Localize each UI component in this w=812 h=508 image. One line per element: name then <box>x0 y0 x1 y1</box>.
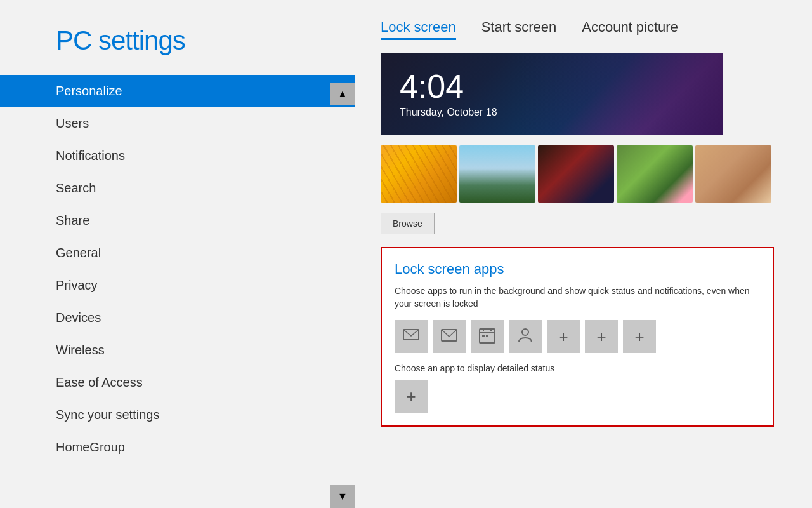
lock-screen-preview: 4:04 Thursday, October 18 <box>381 53 723 135</box>
sidebar-item-label: Share <box>56 213 89 228</box>
thumbnail-honeycomb[interactable] <box>381 145 457 203</box>
app-add-button-3[interactable]: + <box>623 320 656 353</box>
detailed-status-add-button[interactable]: + <box>395 380 428 413</box>
sidebar-item-homegroup[interactable]: HomeGroup <box>0 431 355 464</box>
browse-button[interactable]: Browse <box>381 213 435 234</box>
sidebar-item-label: HomeGroup <box>56 440 125 455</box>
app-icon-messaging[interactable] <box>395 320 428 353</box>
detailed-status-label: Choose an app to display detailed status <box>395 363 760 373</box>
sidebar-item-label: Notifications <box>56 149 125 163</box>
sidebar-item-share[interactable]: Share <box>0 204 355 237</box>
sidebar-item-label: Devices <box>56 311 101 325</box>
app-icon-calendar[interactable] <box>471 320 504 353</box>
sidebar-item-label: Personalize <box>56 84 122 98</box>
tab-account-picture[interactable]: Account picture <box>582 19 678 38</box>
tab-label: Account picture <box>582 19 678 35</box>
sidebar-item-label: General <box>56 246 101 260</box>
main-content: Lock screen Start screen Account picture… <box>355 0 812 508</box>
svg-rect-7 <box>486 335 488 337</box>
sidebar-item-label: Wireless <box>56 343 105 358</box>
sidebar-item-label: Privacy <box>56 278 98 293</box>
thumbnail-anime3[interactable] <box>695 145 771 203</box>
sidebar-item-notifications[interactable]: Notifications <box>0 140 355 172</box>
chevron-up-icon: ▲ <box>337 88 348 100</box>
sidebar-item-search[interactable]: Search <box>0 172 355 204</box>
app-icon-people[interactable] <box>509 320 542 353</box>
sidebar-scroll-down-button[interactable]: ▼ <box>330 485 355 508</box>
svg-point-8 <box>522 329 528 335</box>
sidebar-item-privacy[interactable]: Privacy <box>0 269 355 302</box>
people-icon <box>516 326 535 348</box>
tab-label: Lock screen <box>381 19 456 35</box>
lock-apps-description: Choose apps to run in the background and… <box>395 285 760 310</box>
message-icon <box>402 326 421 348</box>
sidebar-item-general[interactable]: General <box>0 237 355 269</box>
sidebar-item-label: Sync your settings <box>56 408 159 422</box>
sidebar-scroll-up-button[interactable]: ▲ <box>330 83 355 105</box>
chevron-down-icon: ▼ <box>337 491 348 502</box>
tab-bar: Lock screen Start screen Account picture <box>381 19 787 40</box>
app-icon-mail[interactable] <box>433 320 466 353</box>
tab-start-screen[interactable]: Start screen <box>481 19 557 38</box>
thumbnail-anime2[interactable] <box>617 145 693 203</box>
lock-apps-title: Lock screen apps <box>395 261 760 277</box>
mail-icon <box>440 326 459 348</box>
tab-label: Start screen <box>481 19 557 35</box>
lock-screen-overlay <box>518 53 723 135</box>
sidebar-nav: Personalize Users Notifications Search S… <box>0 75 355 464</box>
sidebar-item-users[interactable]: Users <box>0 107 355 140</box>
sidebar-item-devices[interactable]: Devices <box>0 302 355 334</box>
sidebar-item-sync-your-settings[interactable]: Sync your settings <box>0 399 355 431</box>
sidebar-item-label: Search <box>56 181 96 196</box>
calendar-icon <box>478 326 497 348</box>
app-add-button-1[interactable]: + <box>547 320 580 353</box>
tab-lock-screen[interactable]: Lock screen <box>381 19 456 40</box>
sidebar-item-label: Users <box>56 116 89 131</box>
app-icons-row: + + + <box>395 320 760 353</box>
page-title: PC settings <box>0 25 355 56</box>
sidebar-item-wireless[interactable]: Wireless <box>0 334 355 366</box>
sidebar-item-personalize[interactable]: Personalize <box>0 75 355 107</box>
thumbnail-seattle[interactable] <box>459 145 535 203</box>
svg-rect-6 <box>482 335 485 337</box>
sidebar-item-label: Ease of Access <box>56 375 143 390</box>
sidebar-item-ease-of-access[interactable]: Ease of Access <box>0 366 355 399</box>
app-add-button-2[interactable]: + <box>585 320 618 353</box>
wallpaper-thumbnails <box>381 145 787 203</box>
lock-screen-apps-section: Lock screen apps Choose apps to run in t… <box>381 247 774 427</box>
thumbnail-anime1[interactable] <box>538 145 614 203</box>
